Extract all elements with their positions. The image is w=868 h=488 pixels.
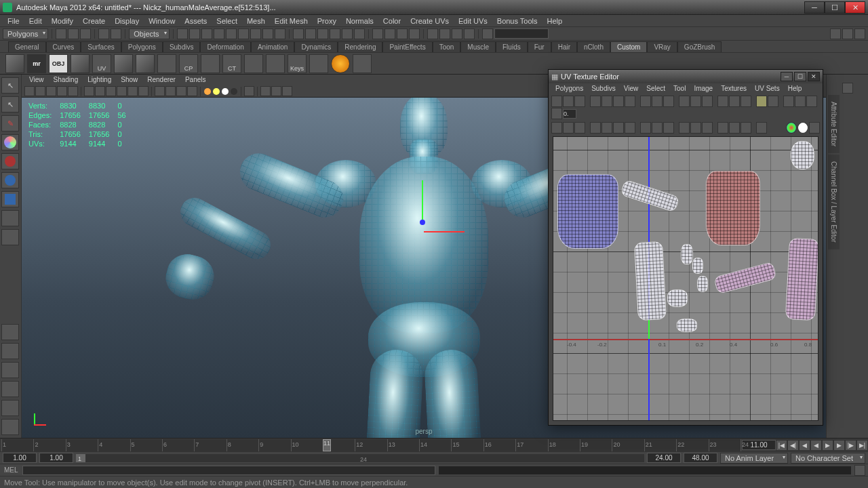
panel-tb-icon[interactable] <box>95 86 105 96</box>
panel-tb-icon[interactable] <box>244 86 254 96</box>
play-forward-button[interactable]: ▶ <box>822 440 833 451</box>
uv-shell[interactable] <box>667 289 688 307</box>
maximize-button[interactable]: ☐ <box>825 1 845 14</box>
range-slider[interactable]: 1 24 <box>76 454 644 462</box>
panel-tb-icon[interactable] <box>106 86 116 96</box>
shelf-tab-deformation[interactable]: Deformation <box>200 41 250 52</box>
render-icon[interactable] <box>427 28 438 39</box>
shelf-tab-fluids[interactable]: Fluids <box>496 41 528 52</box>
module-selector[interactable]: Polygons <box>3 28 48 39</box>
shelf-tab-muscle[interactable]: Muscle <box>460 41 496 52</box>
shelf-icon[interactable] <box>244 54 263 73</box>
uv-shell[interactable] <box>692 258 703 274</box>
shelf-tab-painteffects[interactable]: PaintEffects <box>382 41 432 52</box>
four-pane-layout[interactable] <box>1 343 19 359</box>
two-pane-layout[interactable] <box>1 362 19 378</box>
command-input[interactable] <box>22 466 436 475</box>
soft-mod-tool[interactable] <box>1 210 19 226</box>
panel-tb-icon[interactable] <box>187 86 197 96</box>
menu-mesh[interactable]: Mesh <box>242 15 270 27</box>
uv-menu-image[interactable]: Image <box>690 83 717 94</box>
uv-maximize-button[interactable]: ☐ <box>794 72 806 81</box>
range-handle[interactable]: 1 <box>76 454 85 462</box>
uv-shell[interactable] <box>791 141 814 169</box>
menu-help[interactable]: Help <box>542 15 568 27</box>
snap-icon[interactable] <box>305 28 316 39</box>
uv-alpha-icon[interactable] <box>797 122 808 134</box>
uv-tb-icon[interactable] <box>590 122 601 134</box>
cmd-lang-label[interactable]: MEL <box>0 466 22 474</box>
uv-tb-icon[interactable] <box>663 122 674 134</box>
uv-tb-icon[interactable] <box>574 122 585 134</box>
time-slider-track[interactable]: 1234567891011121314151617181920212223241… <box>1 439 741 451</box>
undo-icon[interactable] <box>98 28 109 39</box>
mask-icon[interactable] <box>214 28 224 39</box>
uv-tb-icon[interactable] <box>640 122 651 134</box>
open-scene-icon[interactable] <box>68 28 79 39</box>
character-set-dropdown[interactable]: No Character Set <box>791 453 865 464</box>
uv-tb-icon[interactable] <box>729 96 740 107</box>
panel-menu-panels[interactable]: Panels <box>180 75 211 85</box>
history-icon[interactable] <box>409 28 420 39</box>
menu-select[interactable]: Select <box>212 15 242 27</box>
uv-tb-icon[interactable] <box>613 96 624 107</box>
uv-shell[interactable] <box>785 238 818 321</box>
step-forward-button[interactable]: ▶ <box>833 440 845 451</box>
channel-box-toggle-icon[interactable] <box>854 28 865 39</box>
uv-tb-icon[interactable] <box>563 122 574 134</box>
uv-shell[interactable] <box>681 244 693 264</box>
uv-close-button[interactable]: ✕ <box>808 72 820 81</box>
shelf-icon[interactable] <box>353 54 372 73</box>
step-back-button[interactable]: ◀ <box>799 440 810 451</box>
panel-tb-icon[interactable] <box>282 86 292 96</box>
panel-tb-icon[interactable] <box>117 86 127 96</box>
shelf-icon[interactable] <box>136 54 155 73</box>
menu-edit-mesh[interactable]: Edit Mesh <box>270 15 313 27</box>
snap-icon[interactable] <box>317 28 328 39</box>
uv-shell[interactable] <box>697 276 708 292</box>
uv-menu-textures[interactable]: Textures <box>717 83 751 94</box>
layout-icon[interactable] <box>1 419 19 435</box>
range-end-field[interactable] <box>684 453 717 463</box>
uv-tb-icon[interactable] <box>702 122 713 134</box>
shelf-icon[interactable]: UV <box>92 54 111 73</box>
menu-assets[interactable]: Assets <box>180 15 212 27</box>
uv-tb-icon[interactable] <box>652 96 663 107</box>
history-icon[interactable] <box>384 28 395 39</box>
history-icon[interactable] <box>397 28 408 39</box>
shelf-obj-icon[interactable]: OBJ <box>49 54 68 73</box>
panel-tb-icon[interactable] <box>127 86 138 96</box>
attr-editor-toggle-icon[interactable] <box>830 28 841 39</box>
mask-icon[interactable] <box>250 28 261 39</box>
panel-tb-icon[interactable] <box>271 86 281 96</box>
shelf-icon[interactable] <box>5 54 24 73</box>
uv-tb-icon[interactable] <box>783 96 794 107</box>
mask-icon[interactable] <box>226 28 237 39</box>
shelf-tab-toon[interactable]: Toon <box>433 41 461 52</box>
shelf-icon[interactable]: CP <box>179 54 198 73</box>
move-gizmo-center[interactable] <box>420 220 425 225</box>
uv-tb-icon[interactable] <box>601 96 612 107</box>
uv-shell[interactable] <box>706 171 760 245</box>
layout-icon[interactable] <box>1 400 19 416</box>
menu-color[interactable]: Color <box>378 15 406 27</box>
shelf-icon[interactable] <box>157 54 176 73</box>
uv-tb-icon[interactable] <box>717 122 728 134</box>
uv-menu-tool[interactable]: Tool <box>669 83 690 94</box>
shelf-tab-dynamics[interactable]: Dynamics <box>294 41 338 52</box>
snap-icon[interactable] <box>354 28 365 39</box>
uv-tb-icon[interactable] <box>625 96 635 107</box>
light-dot-icon[interactable] <box>231 88 237 95</box>
uv-shell[interactable] <box>634 241 667 321</box>
uv-tb-icon[interactable] <box>601 122 612 134</box>
snap-icon[interactable] <box>293 28 304 39</box>
uv-shell[interactable] <box>557 174 618 249</box>
uv-tb-icon[interactable] <box>806 96 817 107</box>
mask-icon[interactable] <box>275 28 285 39</box>
uv-tb-icon[interactable] <box>756 122 767 134</box>
panel-tb-icon[interactable] <box>176 86 186 96</box>
uv-tb-icon[interactable] <box>590 96 601 107</box>
uv-tb-icon[interactable] <box>551 122 562 134</box>
menu-bonus-tools[interactable]: Bonus Tools <box>492 15 542 27</box>
shelf-tab-curves[interactable]: Curves <box>46 41 81 52</box>
